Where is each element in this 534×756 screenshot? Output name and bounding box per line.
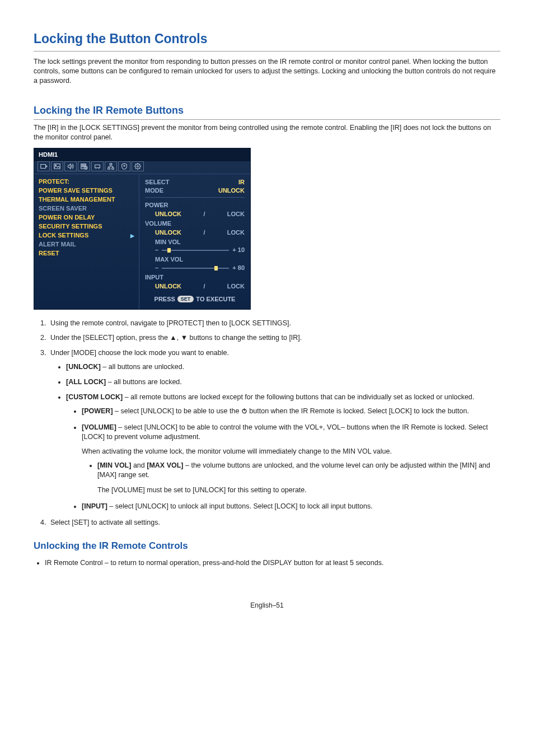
opt-alllock-t: – all buttons are locked.: [106, 378, 182, 386]
step-2-b: buttons to change the setting to [IR].: [188, 334, 302, 342]
osd-select-label: SELECT: [145, 178, 169, 186]
intro-paragraph: The lock settings prevent the monitor fr…: [34, 57, 500, 86]
audio-icon: [64, 161, 77, 171]
opt-customlock: [CUSTOM LOCK] – all remote buttons are l…: [66, 393, 500, 511]
osd-minvol-label: MIN VOL: [155, 238, 245, 246]
opt-maxvol-b: [MAX VOL]: [147, 461, 183, 469]
network-icon: [105, 161, 117, 171]
osd-power-lock: LOCK: [227, 210, 245, 218]
osd-mode-value: UNLOCK: [218, 186, 245, 195]
osd-volume-lock: LOCK: [227, 228, 245, 237]
osd-item-alert-mail: ALERT MAIL: [39, 240, 134, 249]
section-unlocking-ir: Unlocking the IR Remote Controls: [34, 540, 500, 553]
osd-item-power-save: POWER SAVE SETTINGS: [39, 186, 134, 195]
opt-minvol-b: [MIN VOL]: [97, 461, 131, 469]
opt-custom-t: – all remote buttons are locked except f…: [123, 393, 474, 401]
osd-source-row: HDMI1: [34, 148, 250, 161]
opt-input: [INPUT] – select [UNLOCK] to unlock all …: [82, 502, 500, 511]
page-title: Locking the Button Controls: [34, 30, 500, 52]
opt-unlock-t: – all buttons are unlocked.: [101, 363, 184, 371]
svg-rect-0: [41, 164, 46, 168]
opt-volume-b: [VOLUME]: [82, 423, 116, 431]
osd-maxvol-plus: + 80: [232, 264, 245, 272]
opt-minmax: [MIN VOL] and [MAX VOL] – the volume but…: [97, 461, 500, 495]
opt-power: [POWER] – select [UNLOCK] to be able to …: [82, 407, 500, 416]
opt-input-t: – select [UNLOCK] to unlock all input bu…: [107, 502, 373, 510]
osd-item-reset: RESET: [39, 249, 134, 258]
section-locking-ir: Locking the IR Remote Buttons: [34, 104, 500, 120]
osd-left-menu: PROTECT: POWER SAVE SETTINGS THERMAL MAN…: [34, 174, 139, 309]
opt-unlock: [UNLOCK] – all buttons are unlocked.: [66, 362, 500, 372]
svg-point-10: [137, 165, 139, 167]
page-footer: English–51: [34, 601, 500, 610]
osd-minvol-minus: –: [155, 246, 158, 254]
osd-left-header: PROTECT:: [39, 178, 134, 186]
osd-right-panel: SELECTIR MODEUNLOCK POWER UNLOCK / LOCK …: [139, 174, 250, 309]
osd-input-unlock: UNLOCK: [155, 282, 181, 291]
svg-rect-8: [112, 167, 114, 169]
osd-item-thermal: THERMAL MANAGEMENT: [39, 195, 134, 204]
opt-input-b: [INPUT]: [82, 502, 107, 510]
osd-power-unlock: UNLOCK: [155, 210, 181, 218]
opt-volume-note: When activating the volume lock, the mon…: [82, 447, 500, 456]
opt-alllock: [ALL LOCK] – all buttons are locked.: [66, 377, 500, 387]
submenu-arrow-icon: ▶: [130, 232, 134, 240]
input-icon: [38, 161, 50, 171]
osd-item-security: SECURITY SETTINGS: [39, 222, 134, 231]
ir-paragraph: The [IR] in the [LOCK SETTINGS] prevent …: [34, 123, 500, 142]
osd-volume-unlock: UNLOCK: [155, 228, 181, 237]
osd-power-label: POWER: [145, 201, 245, 209]
osd-item-screensaver: SCREEN SAVER: [39, 204, 134, 213]
unlock-ir-bullet: IR Remote Control – to return to normal …: [45, 558, 500, 568]
osd-volume-label: VOLUME: [145, 220, 245, 228]
osd-maxvol-minus: –: [155, 264, 158, 272]
osd-input-lock: LOCK: [227, 282, 245, 291]
osd-source-label: HDMI1: [39, 151, 58, 159]
opt-unlock-b: [UNLOCK]: [66, 363, 101, 371]
osd-input-label: INPUT: [145, 273, 245, 282]
opt-volume-t: – select [UNLOCK] to be able to control …: [82, 423, 488, 441]
step-2-a: Under the [SELECT] option, press the: [50, 334, 170, 342]
osd-panel: HDMI1 PROTECT: POWER SAVE SETTINGS THERM…: [34, 148, 251, 310]
svg-rect-1: [54, 164, 60, 169]
osd-icon-row: [34, 161, 250, 174]
picture-icon: [51, 161, 63, 171]
step-2: Under the [SELECT] option, press the ▲, …: [48, 333, 500, 343]
protect-icon: [118, 161, 130, 171]
osd-volume-slash: /: [203, 228, 205, 237]
osd-lock-settings-label: LOCK SETTINGS: [39, 231, 88, 240]
osd-minvol-plus: + 10: [232, 246, 245, 254]
opt-minmax-note: The [VOLUME] must be set to [UNLOCK] for…: [97, 486, 500, 495]
osd-power-slash: /: [203, 210, 205, 218]
power-icon: [241, 407, 247, 415]
osd-set-pill: SET: [177, 296, 194, 302]
osd-item-power-on-delay: POWER ON DELAY: [39, 213, 134, 222]
osd-minvol-slider: [162, 250, 229, 251]
slot-icon: [91, 161, 104, 171]
step-3-text: Under [MODE] choose the lock mode you wa…: [50, 349, 229, 357]
schedule-icon: [78, 161, 90, 171]
opt-power-t1: – select [UNLOCK] to be able to use the: [113, 407, 241, 415]
opt-power-b: [POWER]: [82, 407, 113, 415]
svg-rect-6: [110, 163, 112, 165]
osd-maxvol-slider: [162, 268, 229, 269]
opt-power-t2: button when the IR Remote is locked. Sel…: [247, 407, 469, 415]
step-4: Select [SET] to activate all settings.: [48, 518, 500, 528]
osd-maxvol-label: MAX VOL: [155, 255, 245, 264]
opt-custom-b: [CUSTOM LOCK]: [66, 393, 123, 401]
osd-mode-label: MODE: [145, 186, 163, 195]
osd-item-lock-settings: LOCK SETTINGS ▶: [39, 231, 134, 240]
osd-footer: PRESS SET TO EXECUTE: [145, 295, 245, 304]
osd-select-value: IR: [238, 178, 245, 186]
system-icon: [132, 161, 144, 171]
down-arrow-icon: ▼: [181, 333, 188, 343]
svg-rect-5: [95, 165, 100, 167]
steps-list: Using the remote control, navigate to [P…: [34, 319, 500, 528]
step-1: Using the remote control, navigate to [P…: [48, 319, 500, 328]
opt-volume: [VOLUME] – select [UNLOCK] to be able to…: [82, 423, 500, 495]
step-3: Under [MODE] choose the lock mode you wa…: [48, 348, 500, 511]
up-arrow-icon: ▲: [170, 333, 176, 343]
opt-alllock-b: [ALL LOCK]: [66, 378, 106, 386]
osd-press-label: PRESS: [154, 295, 175, 304]
opt-minmax-and: and: [131, 461, 147, 469]
